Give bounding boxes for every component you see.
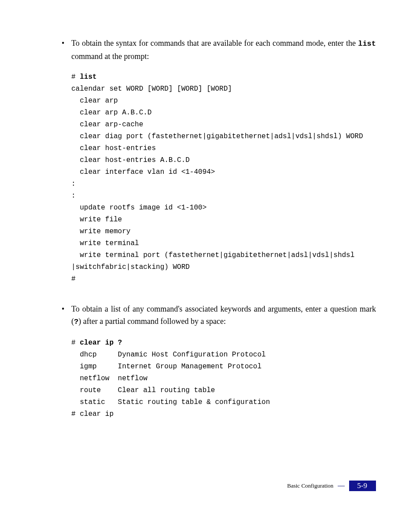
page: • To obtain the syntax for commands that…	[0, 0, 420, 514]
code1-prompt: #	[71, 73, 80, 81]
code2-body: dhcp Dynamic Host Configuration Protocol…	[71, 351, 270, 418]
bullet-1-cmd: list	[358, 40, 376, 48]
code1-body: calendar set WORD [WORD] [WORD] [WORD] c…	[71, 85, 363, 283]
footer-label: Basic Configuration	[287, 482, 333, 489]
bullet-item-1: • To obtain the syntax for commands that…	[44, 37, 376, 62]
bullet-marker: •	[44, 37, 71, 62]
bullet-item-2: • To obtain a list of any command's asso…	[44, 303, 376, 328]
bullet-2-cmd: ?	[74, 318, 78, 326]
page-footer: Basic Configuration 5-9	[287, 481, 376, 491]
code1-cmd: list	[80, 73, 96, 81]
footer-line	[338, 486, 345, 486]
code2-prompt: #	[71, 339, 80, 347]
code2-cmd: clear ip ?	[80, 339, 122, 347]
footer-page-number: 5-9	[349, 481, 376, 491]
bullet-marker: •	[44, 303, 71, 328]
bullet-text-1: To obtain the syntax for commands that a…	[71, 37, 376, 62]
bullet-1-pre: To obtain the syntax for commands that a…	[71, 39, 358, 48]
bullet-2-post: ) after a partial command followed by a …	[78, 317, 226, 326]
code-block-2: # clear ip ? dhcp Dynamic Host Configura…	[71, 337, 376, 420]
bullet-1-post: command at the prompt:	[71, 52, 149, 61]
bullet-text-2: To obtain a list of any command's associ…	[71, 303, 376, 328]
code-block-1: # list calendar set WORD [WORD] [WORD] […	[71, 71, 376, 285]
